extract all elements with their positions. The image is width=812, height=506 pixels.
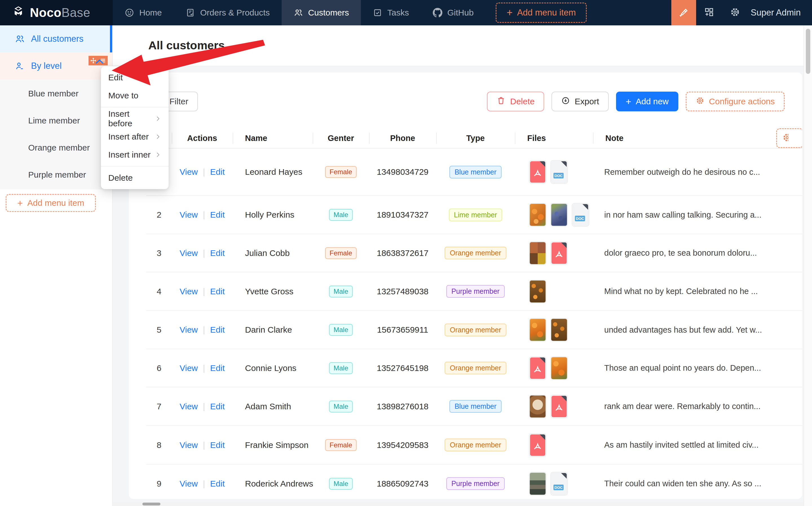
gear-icon bbox=[782, 133, 788, 144]
menu-item-insert-inner[interactable]: Insert inner bbox=[101, 146, 169, 164]
view-link[interactable]: View bbox=[180, 248, 197, 258]
sidebar-item-lime-member[interactable]: Lime member bbox=[0, 107, 112, 134]
plugin-manager-button[interactable] bbox=[696, 0, 722, 25]
column-header-actions[interactable]: Actions bbox=[172, 128, 233, 149]
pdf-file-icon[interactable] bbox=[550, 395, 568, 418]
edit-link[interactable]: Edit bbox=[210, 248, 225, 258]
sidebar-add-menu-item-button[interactable]: + Add menu item bbox=[6, 194, 96, 212]
nav-item-label: Home bbox=[139, 8, 162, 17]
menu-item-delete[interactable]: Delete bbox=[101, 169, 169, 187]
configure-fields-button[interactable] bbox=[776, 128, 802, 148]
photo-oranges-thumbnail[interactable] bbox=[529, 203, 546, 227]
horizontal-scrollbar-thumb[interactable] bbox=[142, 503, 160, 505]
horizontal-scrollbar[interactable] bbox=[113, 502, 804, 506]
menu-item-move-to[interactable]: Move to bbox=[101, 87, 169, 105]
files-cell bbox=[515, 356, 593, 380]
view-link[interactable]: View bbox=[180, 363, 197, 373]
sidebar-item-purple-member[interactable]: Purple member bbox=[0, 161, 112, 188]
sidebar-items: All customersBy level bbox=[0, 25, 112, 80]
view-link[interactable]: View bbox=[180, 440, 197, 450]
photo-storefront-thumbnail[interactable] bbox=[529, 472, 546, 496]
divider: | bbox=[203, 440, 205, 450]
photo-tangerines-thumbnail[interactable] bbox=[529, 318, 546, 342]
table-row: 2View|EditHolly PerkinsMale18910347327Li… bbox=[146, 196, 802, 234]
sidebar-item-blue-member[interactable]: Blue member bbox=[0, 80, 112, 107]
photo-collage-thumbnail[interactable] bbox=[529, 241, 546, 265]
edit-link[interactable]: Edit bbox=[210, 479, 225, 489]
menu-divider bbox=[101, 107, 169, 107]
doc-file-icon[interactable]: DOC bbox=[550, 472, 568, 496]
pdf-file-icon[interactable] bbox=[529, 160, 546, 184]
edit-link[interactable]: Edit bbox=[210, 440, 225, 450]
gender-cell: Male bbox=[329, 209, 353, 221]
vertical-scrollbar[interactable] bbox=[804, 25, 812, 506]
edit-link[interactable]: Edit bbox=[210, 363, 225, 373]
header-add-menu-item-button[interactable]: + Add menu item bbox=[496, 3, 587, 23]
sidebar-item-all-customers[interactable]: All customers bbox=[0, 25, 112, 53]
nav-item-label: Tasks bbox=[387, 8, 409, 17]
delete-button[interactable]: Delete bbox=[487, 92, 544, 111]
type-cell: Blue member bbox=[450, 400, 502, 413]
column-header-name[interactable]: Name bbox=[233, 128, 313, 149]
user-menu[interactable]: Super Admin bbox=[748, 8, 812, 18]
pdf-file-icon[interactable] bbox=[550, 241, 568, 265]
sidebar-add-menu-item-label: Add menu item bbox=[27, 198, 84, 208]
vertical-scrollbar-thumb[interactable] bbox=[806, 29, 810, 74]
doc-file-icon[interactable]: DOC bbox=[550, 160, 568, 184]
menu-item-insert-before[interactable]: Insert before bbox=[101, 110, 169, 128]
photo-thumbnail bbox=[530, 319, 546, 341]
photo-tangerines-thumbnail[interactable] bbox=[550, 356, 568, 380]
column-header-phone[interactable]: Phone bbox=[369, 128, 436, 149]
edit-link[interactable]: Edit bbox=[210, 210, 225, 220]
view-link[interactable]: View bbox=[180, 479, 197, 489]
edit-link[interactable]: Edit bbox=[210, 325, 225, 335]
sidebar-item-by-level[interactable]: By level bbox=[0, 53, 112, 80]
column-header-genter[interactable]: Genter bbox=[313, 128, 369, 149]
pdf-file-icon[interactable] bbox=[529, 433, 546, 457]
ui-editor-button[interactable] bbox=[671, 0, 696, 25]
photo-grapes-thumbnail[interactable] bbox=[550, 203, 568, 227]
view-link[interactable]: View bbox=[180, 167, 197, 177]
sidebar-item-orange-member[interactable]: Orange member bbox=[0, 134, 112, 161]
nav-item-tasks[interactable]: Tasks bbox=[361, 0, 421, 25]
edit-link[interactable]: Edit bbox=[210, 167, 225, 177]
photo-pumpkins-thumbnail[interactable] bbox=[550, 318, 568, 342]
menu-divider bbox=[101, 166, 169, 167]
nav-item-label: Orders & Products bbox=[200, 8, 270, 17]
view-link[interactable]: View bbox=[180, 402, 197, 411]
view-link[interactable]: View bbox=[180, 325, 197, 335]
type-cell: Orange member bbox=[444, 324, 506, 336]
table-row: 4View|EditYvette GrossMale13257489038Pur… bbox=[146, 272, 802, 311]
nav-item-orders-products[interactable]: Orders & Products bbox=[174, 0, 282, 25]
add-new-button[interactable]: + Add new bbox=[616, 92, 678, 111]
nav-item-github[interactable]: GitHub bbox=[421, 0, 486, 25]
photo-thumbnail bbox=[551, 357, 567, 379]
menu-item-insert-after[interactable]: Insert after bbox=[101, 128, 169, 146]
add-new-label: Add new bbox=[636, 97, 669, 106]
download-icon bbox=[561, 96, 570, 107]
row-actions: View|Edit bbox=[172, 402, 233, 411]
row-index: 3 bbox=[157, 248, 162, 258]
configure-actions-button[interactable]: Configure actions bbox=[686, 92, 785, 111]
edit-link[interactable]: Edit bbox=[210, 402, 225, 411]
settings-button[interactable] bbox=[722, 0, 748, 25]
photo-pumpkins-thumbnail[interactable] bbox=[529, 280, 546, 303]
column-header-files[interactable]: Files bbox=[515, 128, 593, 149]
column-header-note[interactable]: Note bbox=[593, 128, 776, 149]
menu-item-edit[interactable]: Edit bbox=[101, 69, 169, 87]
doc-file-icon[interactable]: DOC bbox=[572, 203, 589, 227]
pdf-file-icon[interactable] bbox=[529, 356, 546, 380]
gender-tag: Female bbox=[325, 166, 357, 178]
photo-coffee-thumbnail[interactable] bbox=[529, 395, 546, 418]
nav-item-customers[interactable]: Customers bbox=[282, 0, 361, 25]
brand-logo[interactable]: NocoBase bbox=[0, 0, 113, 25]
files-cell bbox=[515, 241, 593, 265]
nav-item-home[interactable]: Home bbox=[113, 0, 174, 25]
edit-link[interactable]: Edit bbox=[210, 287, 225, 296]
view-link[interactable]: View bbox=[180, 287, 197, 296]
column-header-type[interactable]: Type bbox=[436, 128, 515, 149]
export-button[interactable]: Export bbox=[552, 92, 609, 111]
view-link[interactable]: View bbox=[180, 210, 197, 220]
divider: | bbox=[203, 167, 205, 177]
customer-name: Adam Smith bbox=[233, 402, 313, 411]
